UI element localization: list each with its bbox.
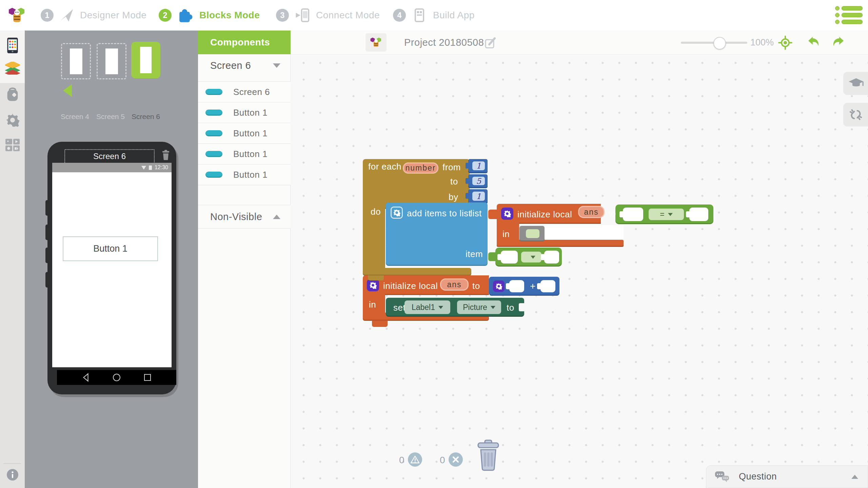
number-block-by[interactable]: 1 [468, 189, 488, 204]
value-socket-right[interactable] [540, 280, 555, 292]
undo-icon[interactable] [807, 36, 822, 48]
question-help-bar[interactable]: Question [706, 465, 868, 488]
screens-panel: Screen 4 Screen 5 Screen 6 Screen 6 12:3… [25, 31, 198, 488]
tab-build-app[interactable]: 4 Build App [393, 0, 475, 31]
mutator-gear-icon[interactable] [501, 208, 513, 220]
screen-thumbnail-5[interactable] [97, 43, 126, 79]
center-blocks-target-icon[interactable] [778, 35, 793, 50]
do-label: do [371, 207, 381, 217]
chevron-down-icon [668, 213, 673, 216]
component-label: Button 1 [233, 149, 268, 159]
app-logo-icon[interactable] [7, 6, 26, 25]
number-value[interactable]: 1 [472, 192, 485, 201]
to-label: to [450, 176, 458, 187]
init-local-1-in-socket-area[interactable] [544, 225, 624, 241]
block-math-plus[interactable]: + [489, 277, 559, 296]
disconnect-link-button[interactable] [843, 103, 868, 126]
block-set-property[interactable]: set Label1 Picture to [386, 298, 524, 317]
component-item-button1[interactable]: Button 1 [198, 164, 291, 185]
component-block-icon [205, 130, 222, 136]
preview-button-1[interactable]: Button 1 [63, 236, 158, 261]
blocks-canvas[interactable]: Project 20180508 100% [291, 31, 868, 488]
component-block-icon [205, 172, 222, 178]
tab-blocks-mode[interactable]: 2 Blocks Mode [159, 0, 260, 31]
project-logo-icon[interactable] [366, 33, 387, 52]
component-label: Button 1 [233, 170, 268, 180]
info-icon[interactable] [0, 469, 25, 481]
mutator-gear-icon[interactable] [367, 279, 379, 291]
phone-build-icon [412, 8, 427, 23]
operator-dropdown[interactable] [521, 252, 541, 262]
component-item-button1[interactable]: Button 1 [198, 144, 291, 164]
component-item-button1[interactable]: Button 1 [198, 123, 291, 144]
value-socket-right[interactable] [689, 208, 708, 221]
number-value[interactable]: 5 [472, 177, 485, 185]
app-window: 1 Designer Mode 2 Blocks Mode 3 [0, 0, 868, 488]
disabled-plug-block[interactable] [519, 226, 545, 241]
operator-dropdown[interactable]: = [649, 209, 684, 220]
number-block-from[interactable]: 1 [468, 159, 488, 173]
screen-title-field[interactable]: Screen 6 [64, 149, 155, 163]
component-item-screen6[interactable]: Screen 6 [198, 82, 291, 102]
operator-value: = [660, 210, 664, 219]
number-block-to[interactable]: 5 [468, 174, 488, 188]
screen-thumb-label: Screen 6 [125, 113, 166, 121]
redo-icon[interactable] [830, 36, 845, 48]
screen-thumb-label: Screen 4 [55, 113, 95, 121]
chevron-up-icon [273, 215, 280, 219]
errors-toggle-icon[interactable] [449, 452, 463, 467]
back-icon [82, 373, 90, 382]
backpack-icon[interactable] [0, 87, 25, 102]
block-logic-compare-1[interactable]: = [615, 204, 713, 224]
value-socket-left[interactable] [623, 208, 643, 221]
component-item-button1[interactable]: Button 1 [198, 102, 291, 123]
chevron-down-icon [531, 256, 535, 259]
property-dropdown[interactable]: Picture [457, 300, 501, 314]
to-label: to [472, 281, 480, 291]
value-socket-notch[interactable] [519, 303, 524, 311]
warnings-toggle-icon[interactable] [408, 452, 422, 467]
my-apps-icon[interactable] [0, 37, 25, 54]
project-list-menu-icon[interactable] [835, 6, 863, 24]
question-label: Question [739, 471, 777, 482]
by-label: by [449, 192, 458, 202]
media-library-icon[interactable] [0, 138, 25, 152]
value-socket-right[interactable] [544, 251, 559, 263]
zoom-level-value: 100% [750, 31, 774, 54]
screen-thumbnail-6-selected[interactable] [131, 42, 160, 78]
to-label: to [608, 208, 616, 219]
screen-selector-dropdown[interactable]: Screen 6 [198, 54, 291, 77]
value-socket-left[interactable] [501, 251, 518, 263]
tab-connect-mode[interactable]: 3 Connect Mode [276, 0, 380, 31]
delete-screen-trash-icon[interactable] [161, 150, 170, 160]
plus-operator: + [530, 281, 536, 292]
project-title[interactable]: Project 20180508 [404, 31, 484, 54]
value-socket-left[interactable] [509, 280, 524, 292]
block-logic-compare-2[interactable] [495, 248, 562, 267]
tutorial-cap-button[interactable] [843, 72, 868, 95]
chevron-down-icon [273, 63, 280, 68]
local-variable-field[interactable]: ans [578, 206, 605, 218]
non-visible-section-header[interactable]: Non-Visible [198, 205, 291, 229]
settings-gear-icon[interactable] [0, 113, 25, 128]
mutator-gear-icon[interactable] [391, 207, 403, 219]
screen-thumbnail-4[interactable] [61, 43, 91, 79]
screens-layers-icon[interactable] [0, 62, 25, 75]
tab-designer-mode[interactable]: 1 Designer Mode [41, 0, 146, 31]
number-value[interactable]: 1 [472, 161, 485, 170]
phone-side-button [45, 225, 49, 240]
carousel-prev-arrow[interactable] [63, 84, 72, 97]
local-variable-field[interactable]: ans [440, 278, 469, 291]
block-for-each-bottom-rail[interactable] [363, 268, 471, 276]
component-label: Button 1 [233, 108, 268, 118]
component-dropdown[interactable]: Label1 [405, 300, 450, 314]
component-value: Label1 [412, 303, 435, 312]
rename-project-edit-icon[interactable] [485, 37, 496, 48]
error-count: 0 [440, 455, 445, 466]
recents-icon [143, 373, 152, 382]
loop-variable-field[interactable]: number [403, 162, 438, 174]
trash-drop-zone[interactable] [476, 440, 500, 471]
mutator-gear-icon[interactable] [493, 280, 505, 292]
zoom-slider-thumb[interactable] [713, 37, 726, 50]
signal-icon [141, 166, 146, 170]
